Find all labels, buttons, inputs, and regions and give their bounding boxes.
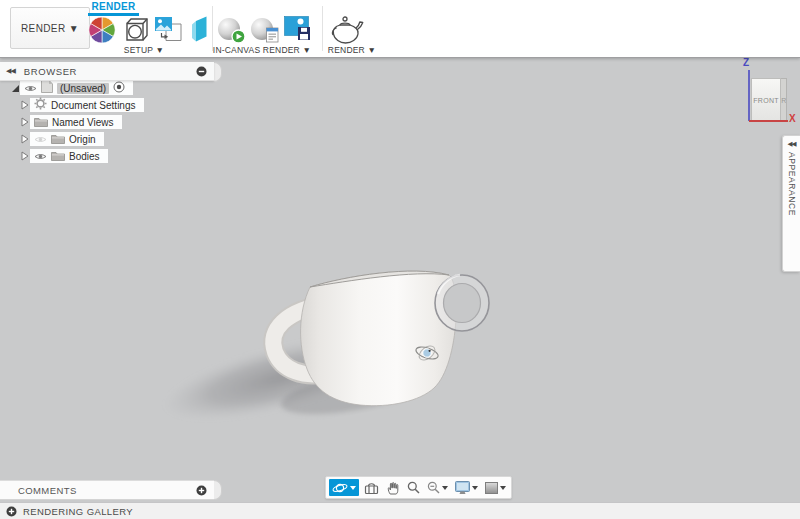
setup-group-label[interactable]: SETUP ▼: [88, 45, 200, 55]
folder-icon: [34, 113, 48, 131]
appearance-wheel-icon[interactable]: [88, 16, 116, 48]
capture-image-icon[interactable]: [284, 16, 311, 46]
orbit-dropdown-caret: [350, 486, 356, 490]
look-at-button[interactable]: [362, 480, 381, 496]
orbit-icon: [332, 481, 348, 495]
activate-radio-icon[interactable]: [113, 79, 125, 97]
viewcube-z-axis-line: [748, 70, 750, 121]
browser-root-row[interactable]: (Unsaved): [10, 81, 133, 95]
comments-panel-bar[interactable]: COMMENTS: [0, 480, 214, 500]
decal-icon[interactable]: [191, 16, 208, 46]
gallery-expand-icon[interactable]: [6, 506, 17, 517]
pan-hand-icon: [386, 481, 400, 495]
viewcube-cube[interactable]: FRONT R: [751, 78, 787, 120]
rendering-gallery-bar[interactable]: RENDERING GALLERY: [0, 502, 800, 519]
browser-item-named-views[interactable]: Named Views: [20, 115, 122, 129]
document-name-label[interactable]: (Unsaved): [57, 83, 109, 94]
visibility-eye-icon[interactable]: [24, 79, 37, 97]
orbit-button[interactable]: [329, 479, 359, 496]
browser-item-document-settings[interactable]: Document Settings: [20, 98, 144, 112]
tree-collapsed-icon[interactable]: [20, 134, 30, 144]
render-teapot-icon[interactable]: [330, 15, 366, 49]
view-navigation-bar: [325, 476, 512, 499]
zoom-button[interactable]: [405, 480, 422, 495]
tree-item-label[interactable]: Bodies: [69, 151, 100, 162]
display-dropdown-caret: [472, 486, 478, 490]
tree-collapsed-icon[interactable]: [20, 117, 30, 127]
document-icon: [41, 79, 53, 97]
browser-item-origin[interactable]: Origin: [20, 132, 104, 146]
viewcube-right-face[interactable]: R: [781, 78, 787, 122]
comments-expand-icon[interactable]: [196, 485, 207, 496]
gear-icon: [34, 96, 47, 114]
rendering-gallery-label: RENDERING GALLERY: [23, 506, 133, 517]
zoom-icon: [407, 481, 420, 494]
viewports-dropdown-caret: [500, 486, 506, 490]
tree-item-label[interactable]: Origin: [69, 134, 96, 145]
tree-item-label[interactable]: Document Settings: [51, 100, 136, 111]
comments-panel-grip[interactable]: [214, 480, 222, 500]
viewcube-x-axis-line: [749, 120, 788, 122]
zoom-window-icon: [427, 481, 440, 494]
glass-ring: [435, 275, 489, 331]
browser-panel-grip[interactable]: [214, 62, 222, 82]
folder-icon: [51, 147, 65, 165]
viewcube-z-axis-label: Z: [743, 57, 749, 68]
appearance-panel-tab[interactable]: ◀◀ APPEARANCE: [782, 135, 800, 272]
top-toolbar: RENDER ▼ RENDER: [0, 0, 800, 58]
display-settings-icon: [455, 481, 470, 495]
texture-map-controls-icon[interactable]: [154, 16, 184, 46]
browser-collapse-icon[interactable]: ◀◀: [6, 67, 15, 75]
comments-label: COMMENTS: [18, 485, 196, 496]
in-canvas-render-icon[interactable]: [217, 16, 247, 48]
zoom-window-button[interactable]: [425, 480, 450, 495]
look-at-icon: [364, 481, 379, 495]
viewports-icon: [485, 482, 498, 494]
browser-panel-header: ◀◀ BROWSER: [0, 62, 214, 81]
zoom-dropdown-caret: [442, 486, 448, 490]
tree-item-label[interactable]: Named Views: [52, 117, 114, 128]
in-canvas-render-settings-icon[interactable]: [250, 16, 280, 48]
workspace-switcher-label: RENDER ▼: [21, 23, 79, 34]
browser-title: BROWSER: [24, 66, 196, 77]
browser-minimize-icon[interactable]: [196, 66, 207, 77]
tree-expanded-icon[interactable]: [10, 84, 20, 93]
viewports-button[interactable]: [483, 481, 508, 495]
scene-settings-icon[interactable]: [121, 16, 150, 48]
visibility-eye-icon[interactable]: [34, 147, 47, 165]
visibility-eye-off-icon[interactable]: [34, 130, 47, 148]
mug-body: [301, 271, 457, 406]
viewcube-front-face[interactable]: FRONT: [751, 78, 781, 122]
pan-button[interactable]: [384, 480, 402, 496]
appearance-tab-label: APPEARANCE: [787, 152, 797, 216]
mug-3d-model[interactable]: [150, 250, 530, 440]
workspace-switcher-button[interactable]: RENDER ▼: [10, 7, 90, 49]
browser-item-bodies[interactable]: Bodies: [20, 149, 108, 163]
fusion-render-workspace: RENDER ▼ RENDER: [0, 0, 800, 519]
tree-collapsed-icon[interactable]: [20, 151, 30, 161]
appearance-collapse-icon: ◀◀: [788, 140, 796, 148]
display-settings-button[interactable]: [453, 480, 480, 496]
tree-collapsed-icon[interactable]: [20, 100, 30, 110]
viewcube-x-axis-label: X: [789, 113, 796, 124]
render-group-label[interactable]: RENDER ▼: [312, 45, 392, 55]
in-canvas-render-group-label[interactable]: IN-CANVAS RENDER ▼: [210, 45, 314, 55]
tab-render[interactable]: RENDER: [89, 1, 138, 12]
folder-icon: [51, 130, 65, 148]
